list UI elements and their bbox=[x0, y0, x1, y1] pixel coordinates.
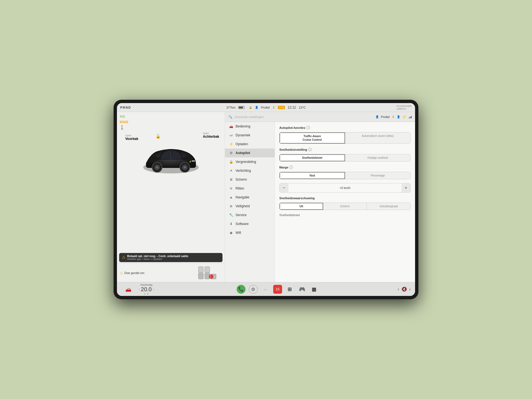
autopilot-info-icon[interactable]: i bbox=[306, 126, 310, 129]
download-icon-top: ⬇ bbox=[392, 115, 395, 119]
speed-value-display: 20.0 bbox=[141, 286, 152, 293]
battery-icon bbox=[238, 106, 244, 109]
menu-item-autopilot[interactable]: ⊙ Autopilot bbox=[225, 149, 275, 157]
warning-banner: ⚠ Betaald opl. niet mog. - Contr. onbeta… bbox=[119, 253, 222, 262]
menu-item-navigatie[interactable]: ▲ Navigatie bbox=[225, 193, 275, 202]
snelheidsinstelling-title: Snelheidsinstelling bbox=[279, 148, 307, 151]
menu-item-scherm[interactable]: 🖥 Scherm bbox=[225, 175, 275, 184]
menu-item-wifi[interactable]: ◉ Wifi bbox=[225, 228, 275, 237]
svg-rect-14 bbox=[198, 274, 203, 279]
menu-item-opladen[interactable]: ⚡ Opladen bbox=[225, 140, 275, 149]
seat-diagram: ! bbox=[197, 265, 222, 280]
prev-track-btn[interactable]: ‹ bbox=[398, 287, 399, 292]
range-display: 377km bbox=[226, 106, 236, 109]
shield-icon: ⊕ bbox=[229, 204, 233, 208]
menu-item-veiligheid[interactable]: ⊕ Veiligheid bbox=[225, 202, 275, 211]
menu-item-ritten[interactable]: ≋ Ritten bbox=[225, 184, 275, 193]
menu-label-dynamiek: Dynamiek bbox=[236, 133, 250, 137]
person-icon-top: 👤 bbox=[375, 115, 379, 118]
speed-decrease-btn[interactable]: − bbox=[280, 183, 288, 192]
left-panel: ≡⊙ EDGE 🚶 Open Voorbak 🔓 Open Achte bbox=[117, 112, 225, 282]
menu-label-bediening: Bediening bbox=[236, 124, 250, 128]
content-area: 🚗 Bediening 🏎 Dynamiek ⚡ Opladen ⊙ bbox=[225, 122, 415, 282]
huidige-snelheid-btn[interactable]: Huidige snelheid bbox=[345, 154, 411, 161]
marge-btn-group: Vast Percentage bbox=[279, 172, 411, 179]
svg-rect-12 bbox=[205, 267, 210, 273]
menu-panel: 🚗 Bediening 🏎 Dynamiek ⚡ Opladen ⊙ bbox=[225, 122, 275, 282]
dots-taskbar-btn[interactable]: ··· bbox=[261, 285, 270, 294]
snelheidswaarschuwing-section: Snelheidswaarschuwing Uit Scherm Geluids… bbox=[279, 196, 411, 217]
menu-label-software: Software bbox=[236, 222, 249, 226]
gamepad-taskbar-btn[interactable]: 🎮 bbox=[298, 285, 306, 294]
percentage-btn[interactable]: Percentage bbox=[345, 172, 411, 179]
speed-mode-icons: ⊙ ⊡ bbox=[144, 293, 149, 295]
search-placeholder[interactable]: Doorzoek instellingen bbox=[235, 115, 373, 119]
menu-label-vergrendeling: Vergrendeling bbox=[236, 160, 256, 164]
menu-item-dynamiek[interactable]: 🏎 Dynamiek bbox=[225, 131, 275, 140]
uit-btn[interactable]: Uit bbox=[280, 203, 323, 210]
apps-taskbar-btn[interactable]: ⊞ bbox=[285, 285, 294, 294]
snelheidslimiet-bottom-label: Snelheidslimiet bbox=[279, 213, 411, 217]
snelheidswaarschuwing-title: Snelheidswaarschuwing bbox=[279, 196, 315, 200]
seatbelt-warning: ⚠ Doe gordel om bbox=[120, 271, 144, 275]
headlight-icon: ≡⊙ bbox=[120, 114, 222, 119]
menu-item-vergrendeling[interactable]: 🔒 Vergrendeling bbox=[225, 157, 275, 166]
car-icon: 🚗 bbox=[229, 124, 233, 128]
lock-icon: 🔒 bbox=[229, 160, 233, 164]
right-panel: 🔍 Doorzoek instellingen 👤 Profiel ⬇ 👤 ⚡ bbox=[225, 112, 415, 282]
geluidssignaal-btn[interactable]: Geluidssignaal bbox=[367, 203, 410, 210]
svg-text:!: ! bbox=[210, 275, 211, 278]
auto-steer-btn[interactable]: Automatisch sturen (bèta) bbox=[345, 132, 411, 144]
phone-taskbar-btn[interactable]: 📞 bbox=[237, 285, 245, 294]
settings-panel: Autopilot-functies i Traffic-AwareCruise… bbox=[275, 122, 415, 282]
screen-icon: 🖥 bbox=[229, 178, 233, 181]
screen: PRND 377km 🔒 👤 Profiel ⬇ SOS 12:12 13°C … bbox=[117, 103, 415, 296]
menu-item-verlichting[interactable]: ☀ Verlichting bbox=[225, 166, 275, 175]
seatbelt-warn-icon: ⚠ bbox=[120, 271, 123, 275]
menu-item-software[interactable]: ⬇ Software bbox=[225, 219, 275, 228]
menu-label-autopilot: Autopilot bbox=[236, 151, 250, 155]
screen-bezel: PRND 377km 🔒 👤 Profiel ⬇ SOS 12:12 13°C … bbox=[114, 100, 418, 299]
car-silhouette: ⚡ bbox=[138, 142, 204, 178]
snelheidsinstelling-btn-group: Snelheidslimiet Huidige snelheid bbox=[279, 154, 411, 162]
autopilot-functies-section: Autopilot-functies i Traffic-AwareCruise… bbox=[279, 126, 411, 144]
download-menu-icon: ⬇ bbox=[229, 222, 233, 226]
taskbar-center-icons: 📞 ⊙ ··· 15 ⊞ 🎮 ▦ bbox=[157, 285, 398, 294]
car-taskbar-icon[interactable]: 🚗 bbox=[125, 286, 131, 292]
vast-btn[interactable]: Vast bbox=[280, 172, 345, 179]
wifi-icon: ◉ bbox=[229, 231, 233, 235]
snelheidsinstelling-info-icon[interactable]: i bbox=[308, 148, 312, 151]
menu-taskbar-btn[interactable]: ▦ bbox=[310, 285, 319, 294]
svg-point-7 bbox=[184, 166, 186, 168]
status-right: PASSENGERAIRBAG bbox=[397, 105, 412, 110]
sun-icon: ☀ bbox=[229, 169, 233, 173]
camera-taskbar-btn[interactable]: ⊙ bbox=[249, 285, 258, 294]
bolt-icon: ⚡ bbox=[229, 142, 233, 146]
traffic-aware-btn[interactable]: Traffic-AwareCruise Control bbox=[280, 132, 345, 144]
marge-info-icon[interactable]: i bbox=[289, 165, 293, 169]
time-display: 12:12 bbox=[288, 106, 296, 109]
calendar-taskbar-btn[interactable]: 15 bbox=[273, 285, 282, 294]
menu-label-service: Service bbox=[236, 213, 247, 217]
speed-increase-btn[interactable]: + bbox=[401, 183, 410, 192]
next-track-btn[interactable]: › bbox=[409, 287, 411, 292]
menu-label-wifi: Wifi bbox=[236, 231, 241, 235]
achterbak-label: Open Achterbak bbox=[203, 132, 219, 139]
gauge-icon: 🏎 bbox=[229, 133, 233, 137]
snelheidslimiet-btn[interactable]: Snelheidslimiet bbox=[280, 154, 345, 161]
profile-label-top: Profiel bbox=[381, 115, 390, 119]
menu-item-bediening[interactable]: 🚗 Bediening bbox=[225, 122, 275, 131]
menu-label-ritten: Ritten bbox=[236, 186, 244, 190]
lock-status-icon: 🔓 bbox=[156, 134, 160, 139]
menu-item-service[interactable]: 🔧 Service bbox=[225, 211, 275, 219]
steering-icon: ⊙ bbox=[229, 151, 233, 155]
volume-mute-btn[interactable]: 🔇 bbox=[401, 287, 407, 292]
menu-label-navigatie: Navigatie bbox=[236, 195, 249, 199]
scherm-btn[interactable]: Scherm bbox=[323, 203, 367, 210]
edge-icon: EDGE bbox=[120, 120, 222, 124]
svg-text:⚡: ⚡ bbox=[189, 160, 192, 163]
person-walk-icon: 🚶 bbox=[120, 125, 222, 130]
seat-diagram-svg: ! bbox=[197, 265, 222, 280]
speed-mode-icon2: ⊡ bbox=[147, 293, 149, 295]
marge-title: Marge bbox=[279, 166, 288, 169]
